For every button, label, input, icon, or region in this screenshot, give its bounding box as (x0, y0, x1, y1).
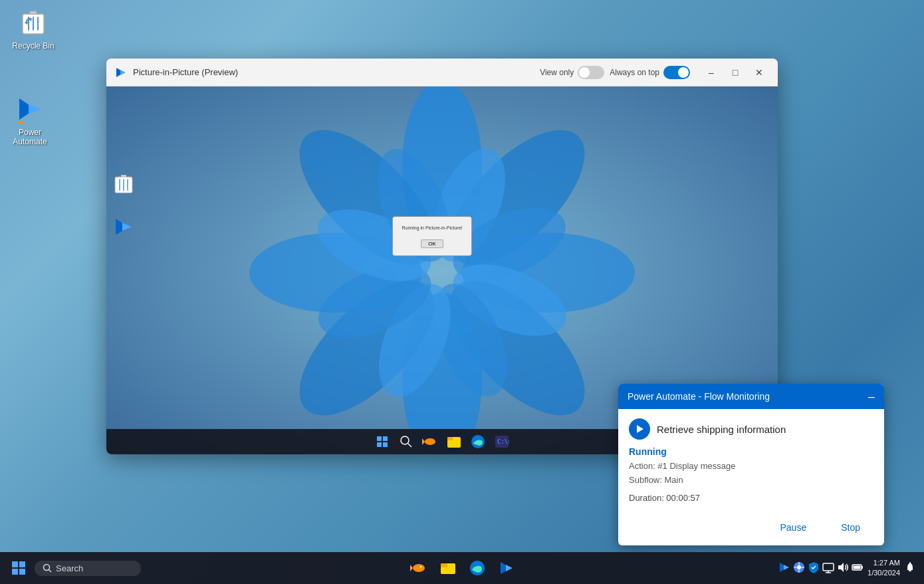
pip-taskbar-fish[interactable] (420, 432, 440, 452)
svg-point-44 (44, 565, 50, 571)
svg-rect-43 (19, 569, 25, 575)
pip-taskbar-edge[interactable] (468, 432, 488, 452)
svg-rect-40 (12, 561, 18, 567)
svg-rect-68 (909, 562, 911, 563)
date-display: 1/30/2024 (867, 568, 900, 578)
taskbar-app-edge[interactable] (464, 555, 491, 581)
view-only-thumb (579, 67, 590, 78)
tray-security[interactable] (808, 561, 820, 575)
flow-monitoring-panel: Power Automate - Flow Monitoring – Retri… (618, 384, 884, 545)
flow-duration: Duration: 00:00:57 (629, 493, 873, 503)
svg-rect-27 (383, 436, 388, 441)
tray-battery[interactable] (852, 561, 864, 575)
svg-rect-29 (383, 442, 388, 447)
inner-dialog: Running in Picture-in-Picture! OK (392, 216, 472, 256)
inner-dialog-ok-button[interactable]: OK (421, 239, 443, 248)
recycle-bin-icon (17, 7, 49, 39)
svg-rect-50 (441, 563, 447, 567)
power-automate-label: Power Automate (3, 128, 57, 147)
pip-maximize-button[interactable]: □ (725, 63, 746, 82)
recycle-bin-desktop-icon[interactable]: Recycle Bin (7, 7, 60, 51)
flow-panel-header: Power Automate - Flow Monitoring – (618, 384, 884, 409)
svg-point-48 (419, 566, 421, 568)
svg-marker-5 (120, 70, 126, 75)
search-icon (43, 563, 52, 573)
taskbar-app-explorer[interactable] (435, 555, 461, 581)
flow-panel-minimize-button[interactable]: – (868, 390, 875, 402)
svg-rect-41 (19, 561, 25, 567)
svg-marker-47 (410, 565, 413, 571)
taskbar-app-aquarium[interactable] (405, 555, 432, 581)
svg-point-30 (401, 436, 409, 444)
svg-marker-25 (122, 223, 132, 231)
svg-rect-35 (447, 437, 453, 440)
always-on-top-thumb (678, 67, 689, 78)
flow-name: Retrieve shipping information (657, 424, 786, 435)
svg-marker-39 (637, 425, 643, 433)
taskbar-start-button[interactable] (8, 557, 29, 579)
pip-close-button[interactable]: ✕ (749, 63, 770, 82)
pip-recycle-bin-icon (113, 173, 134, 197)
svg-line-31 (408, 444, 411, 447)
power-automate-icon (14, 93, 46, 125)
always-on-top-toggle[interactable] (663, 66, 690, 79)
pip-controls: View only Always on top – □ ✕ (540, 63, 770, 82)
taskbar-search-box[interactable]: Search (35, 561, 141, 576)
svg-point-46 (413, 564, 425, 572)
always-on-top-label: Always on top (610, 68, 659, 77)
flow-pause-button[interactable]: Pause (766, 519, 820, 536)
flow-panel-title: Power Automate - Flow Monitoring (628, 391, 770, 402)
pip-app-icon (114, 66, 128, 79)
taskbar-time[interactable]: 1:27 AM 1/30/2024 (867, 558, 900, 579)
svg-marker-53 (506, 565, 513, 571)
flow-panel-footer: Pause Stop (618, 512, 884, 545)
taskbar-right-area: 1:27 AM 1/30/2024 (778, 558, 916, 579)
svg-marker-55 (784, 565, 789, 570)
tray-power-automate[interactable] (778, 561, 790, 575)
pip-power-automate-icon (113, 216, 134, 240)
svg-marker-63 (838, 563, 844, 572)
flow-play-icon (629, 418, 650, 440)
svg-line-45 (49, 570, 52, 573)
flow-status: Running (629, 446, 873, 457)
taskbar-app-power-automate[interactable] (493, 555, 520, 581)
pip-taskbar-start[interactable] (372, 432, 392, 452)
flow-subflow: Subflow: Main (629, 474, 873, 488)
flow-panel-body: Retrieve shipping information Running Ac… (618, 409, 884, 512)
time-display: 1:27 AM (867, 558, 900, 568)
taskbar-sys-icons (778, 561, 864, 575)
always-on-top-toggle-group: Always on top (610, 66, 690, 79)
view-only-toggle-group: View only (540, 66, 604, 79)
svg-rect-60 (823, 563, 834, 571)
power-automate-desktop-icon[interactable]: Power Automate (3, 93, 57, 147)
tray-notifications[interactable] (904, 561, 916, 575)
pip-title: Picture-in-Picture (Preview) (133, 67, 534, 77)
desktop: Recycle Bin Power Automate Picture-in-Pi… (0, 0, 924, 584)
flow-action: Action: #1 Display message (629, 460, 873, 474)
tray-browser[interactable] (793, 561, 805, 575)
tray-volume[interactable] (837, 561, 849, 575)
flow-name-row: Retrieve shipping information (629, 418, 873, 440)
svg-rect-3 (17, 121, 24, 123)
view-only-toggle[interactable] (578, 66, 604, 79)
pip-titlebar: Picture-in-Picture (Preview) View only A… (106, 59, 778, 86)
taskbar-search-label: Search (56, 563, 83, 573)
svg-rect-28 (377, 442, 382, 447)
svg-marker-33 (422, 438, 425, 445)
flow-stop-button[interactable]: Stop (828, 519, 873, 536)
svg-rect-26 (377, 436, 382, 441)
pip-taskbar-explorer[interactable] (444, 432, 464, 452)
svg-marker-2 (29, 104, 41, 114)
pip-window-buttons: – □ ✕ (701, 63, 770, 82)
taskbar-apps (146, 555, 778, 581)
pip-minimize-button[interactable]: – (701, 63, 722, 82)
tray-display[interactable] (822, 561, 834, 575)
view-only-label: View only (540, 68, 574, 77)
svg-rect-65 (862, 566, 863, 569)
svg-text:C:\>: C:\> (497, 438, 509, 445)
svg-point-32 (425, 438, 435, 445)
pip-taskbar-search[interactable] (396, 432, 416, 452)
svg-rect-66 (854, 565, 861, 569)
pip-taskbar-terminal[interactable]: C:\> (492, 432, 512, 452)
inner-dialog-message: Running in Picture-in-Picture! (402, 225, 462, 230)
